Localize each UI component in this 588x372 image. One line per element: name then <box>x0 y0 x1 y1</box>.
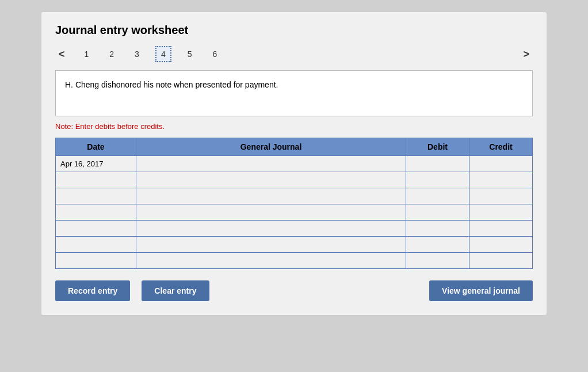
gj-input-3[interactable] <box>136 188 406 204</box>
date-cell-2 <box>56 172 136 188</box>
record-entry-button[interactable]: Record entry <box>55 280 130 301</box>
journal-table: Date General Journal Debit Credit Apr 16… <box>55 138 533 269</box>
gj-input-1[interactable] <box>136 156 406 172</box>
credit-input-7[interactable] <box>469 253 532 268</box>
credit-input-5[interactable] <box>469 221 532 236</box>
date-cell-1: Apr 16, 2017 <box>56 156 136 172</box>
table-row <box>56 253 533 269</box>
debit-input-6[interactable] <box>406 237 469 252</box>
debit-input-5[interactable] <box>406 221 469 236</box>
table-row <box>56 221 533 237</box>
gj-cell-1[interactable] <box>136 156 406 172</box>
gj-cell-4[interactable] <box>136 204 406 221</box>
debit-cell-6[interactable] <box>406 237 469 253</box>
date-cell-4 <box>56 204 136 221</box>
header-general-journal: General Journal <box>136 138 406 156</box>
debit-input-7[interactable] <box>406 253 469 268</box>
credit-cell-7[interactable] <box>469 253 533 269</box>
gj-cell-6[interactable] <box>136 237 406 253</box>
credit-cell-4[interactable] <box>469 204 533 221</box>
next-arrow-button[interactable]: > <box>520 47 533 62</box>
debit-cell-5[interactable] <box>406 221 469 237</box>
pagination: < 1 2 3 4 5 6 > <box>55 46 533 62</box>
page-3-button[interactable]: 3 <box>130 47 144 61</box>
page-4-button[interactable]: 4 <box>155 46 171 62</box>
date-cell-7 <box>56 253 136 269</box>
credit-input-6[interactable] <box>469 237 532 252</box>
gj-input-5[interactable] <box>136 221 406 236</box>
debit-input-1[interactable] <box>406 156 469 172</box>
page-2-button[interactable]: 2 <box>105 47 119 61</box>
debit-cell-2[interactable] <box>406 172 469 188</box>
description-box: H. Cheng dishonored his note when presen… <box>55 70 533 116</box>
debit-input-3[interactable] <box>406 188 469 204</box>
header-debit: Debit <box>406 138 469 156</box>
gj-cell-5[interactable] <box>136 221 406 237</box>
credit-cell-6[interactable] <box>469 237 533 253</box>
gj-cell-7[interactable] <box>136 253 406 269</box>
description-text: H. Cheng dishonored his note when presen… <box>65 80 278 89</box>
prev-arrow-button[interactable]: < <box>55 47 68 62</box>
page-5-button[interactable]: 5 <box>183 47 197 61</box>
debit-input-4[interactable] <box>406 204 469 220</box>
page-6-button[interactable]: 6 <box>208 47 222 61</box>
button-row: Record entry Clear entry View general jo… <box>55 280 533 301</box>
debit-cell-7[interactable] <box>406 253 469 269</box>
header-credit: Credit <box>469 138 533 156</box>
debit-cell-4[interactable] <box>406 204 469 221</box>
gj-cell-2[interactable] <box>136 172 406 188</box>
credit-input-4[interactable] <box>469 204 532 220</box>
header-date: Date <box>56 138 136 156</box>
credit-input-1[interactable] <box>469 156 532 172</box>
credit-input-3[interactable] <box>469 188 532 204</box>
gj-cell-3[interactable] <box>136 188 406 204</box>
gj-input-4[interactable] <box>136 204 406 220</box>
table-row <box>56 204 533 221</box>
page-1-button[interactable]: 1 <box>80 47 94 61</box>
credit-cell-3[interactable] <box>469 188 533 204</box>
table-row: Apr 16, 2017 <box>56 156 533 172</box>
gj-input-7[interactable] <box>136 253 406 268</box>
date-cell-5 <box>56 221 136 237</box>
worksheet-container: Journal entry worksheet < 1 2 3 4 5 6 > … <box>41 12 547 316</box>
date-cell-6 <box>56 237 136 253</box>
credit-cell-1[interactable] <box>469 156 533 172</box>
table-row <box>56 237 533 253</box>
debit-cell-3[interactable] <box>406 188 469 204</box>
gj-input-6[interactable] <box>136 237 406 252</box>
debit-cell-1[interactable] <box>406 156 469 172</box>
date-cell-3 <box>56 188 136 204</box>
credit-cell-2[interactable] <box>469 172 533 188</box>
clear-entry-button[interactable]: Clear entry <box>142 280 209 301</box>
date-value-1: Apr 16, 2017 <box>60 160 103 168</box>
view-general-journal-button[interactable]: View general journal <box>429 280 533 301</box>
gj-input-2[interactable] <box>136 172 406 188</box>
credit-cell-5[interactable] <box>469 221 533 237</box>
note-text: Note: Enter debits before credits. <box>55 122 533 131</box>
credit-input-2[interactable] <box>469 172 532 188</box>
debit-input-2[interactable] <box>406 172 469 188</box>
table-row <box>56 188 533 204</box>
page-title: Journal entry worksheet <box>55 24 533 37</box>
table-row <box>56 172 533 188</box>
